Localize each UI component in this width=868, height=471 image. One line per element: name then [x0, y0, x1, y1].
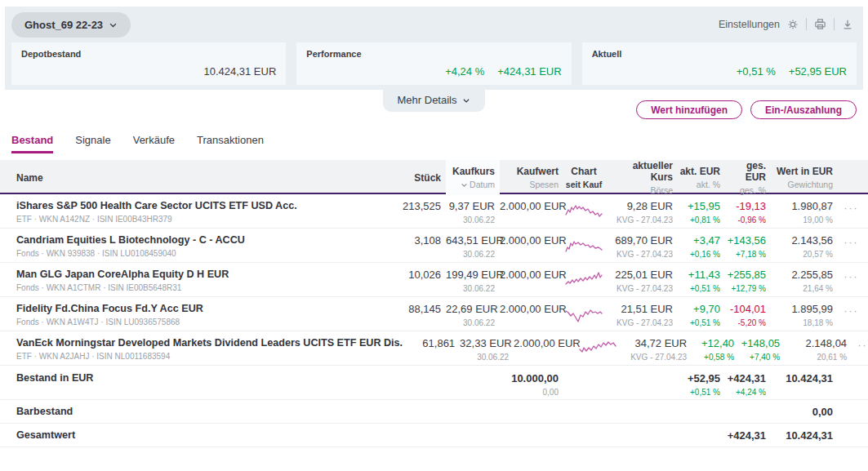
divider [806, 18, 807, 30]
day-change-cell: +11,43+0,51 % [678, 263, 725, 296]
row-menu-icon[interactable]: ··· [838, 229, 868, 262]
day-change-cell: +12,40+0,58 % [692, 331, 739, 365]
security-name[interactable]: Candriam Equities L Biotechnology - C - … [16, 234, 389, 246]
security-details: ETF · WKN A142NZ · ISIN IE00B43HR379 [16, 215, 389, 224]
security-details: Fonds · WKN A1CTMR · ISIN IE00B5648R31 [16, 283, 389, 292]
security-name[interactable]: iShares S&P 500 Health Care Sector UCITS… [16, 200, 389, 211]
day-change-cell: +9,70+0,51 % [678, 297, 725, 331]
portfolio-page: Ghost_69 22-23 Einstellungen [0, 0, 868, 471]
portfolio-selector[interactable]: Ghost_69 22-23 [11, 12, 131, 38]
download-icon[interactable] [842, 19, 853, 30]
summary-akt-pct: +0,51 % [678, 388, 720, 397]
chevron-down-icon [109, 20, 118, 29]
shares-cell: 88,145 [389, 297, 446, 331]
summary-kaufwert: 10.000,00 [500, 372, 559, 384]
total-change-cell: +143,56+7,18 % [725, 229, 771, 262]
holdings-table: NameStückKaufkursDatumKaufwertSpesenChar… [0, 160, 868, 447]
tab-verkaeufe[interactable]: Verkäufe [133, 134, 175, 153]
buy-value-cell: 2.000,00 EUR [500, 263, 563, 296]
card-label: Depotbestand [21, 49, 81, 59]
chart-cell [563, 194, 609, 228]
summary-row-bestand: Bestand in EUR 10.000,00 0,00 +52,95 +0,… [0, 366, 868, 400]
buy-price-cell: 643,51 EUR30.06.22 [446, 229, 500, 262]
current-price-cell: 34,72 EURKVG - 27.04.23 [623, 331, 692, 365]
performance-percent: +4,24 % [445, 65, 484, 78]
column-header-wert-in-eur[interactable]: Wert in EURGewichtung [771, 160, 838, 195]
summary-wert: 10.424,31 [771, 372, 833, 384]
sub-header-zone: Mehr Details Wert hinzufügen Ein-/Auszah… [0, 90, 868, 132]
summary-label: Gesamtwert [16, 429, 389, 441]
row-menu-icon[interactable]: ··· [838, 263, 868, 296]
settings-label[interactable]: Einstellungen [719, 19, 780, 30]
action-buttons: Wert hinzufügen Ein-/Auszahlung [636, 100, 857, 119]
security-name[interactable]: Fidelity Fd.China Focus Fd.Y Acc EUR [16, 303, 389, 314]
total-change-cell: -19,13-0,96 % [725, 194, 771, 228]
payment-button[interactable]: Ein-/Auszahlung [750, 100, 857, 119]
buy-price-cell: 32,33 EUR30.06.22 [460, 331, 514, 365]
chart-cell [577, 331, 623, 365]
shares-cell: 213,525 [389, 194, 446, 228]
gear-icon[interactable] [787, 19, 799, 30]
column-header-chart[interactable]: Chartseit Kauf [563, 160, 609, 195]
card-label: Performance [306, 49, 361, 59]
card-performance: Performance +4,24 % +424,31 EUR [296, 42, 571, 85]
sparkline-chart [579, 340, 617, 358]
gesamtwert-ges-eur: +424,31 [725, 429, 766, 442]
tab-signale[interactable]: Signale [75, 134, 110, 153]
security-name[interactable]: Man GLG Japan CoreAlpha Equity D H EUR [16, 269, 389, 280]
day-change-cell: +15,95+0,81 % [678, 194, 725, 228]
buy-value-cell: 2.000,00 EUR [500, 229, 563, 262]
security-name-cell: iShares S&P 500 Health Care Sector UCITS… [16, 194, 389, 228]
chart-cell [563, 229, 609, 262]
buy-price-cell: 22,69 EUR30.06.22 [446, 297, 500, 331]
value-cell: 1.895,9918,18 % [771, 297, 838, 331]
column-header-akt-eur[interactable]: akt. EURakt. % [678, 160, 725, 195]
column-header-aktueller-kurs[interactable]: aktueller KursBörse [609, 160, 678, 195]
day-change-cell: +3,47+0,16 % [678, 229, 725, 262]
tab-bestand[interactable]: Bestand [11, 134, 53, 153]
holding-row: Candriam Equities L Biotechnology - C - … [0, 229, 868, 263]
tab-transaktionen[interactable]: Transaktionen [197, 134, 264, 153]
more-details-label: Mehr Details [398, 94, 457, 106]
row-menu-icon[interactable]: ··· [838, 297, 868, 331]
settings-bar: Einstellungen [719, 18, 853, 30]
column-header-st-ck[interactable]: Stück [389, 160, 446, 195]
buy-price-cell: 199,49 EUR30.06.22 [446, 263, 500, 296]
column-header-ges-eur[interactable]: ges. EURges. % [725, 160, 771, 195]
sparkline-chart [565, 271, 603, 289]
chart-cell [563, 263, 609, 296]
card-aktuell: Aktuell +0,51 % +52,95 EUR [582, 42, 857, 85]
row-menu-icon[interactable]: ··· [838, 194, 868, 228]
value-cell: 2.148,0420,61 % [785, 331, 852, 365]
performance-amount: +424,31 EUR [497, 65, 561, 78]
sparkline-chart [565, 305, 603, 323]
security-details: Fonds · WKN A1W4TJ · ISIN LU0936575868 [16, 318, 389, 327]
summary-row-barbestand: Barbestand 0,00 [0, 400, 868, 424]
column-header-kaufkurs[interactable]: KaufkursDatum [446, 160, 500, 195]
security-details: ETF · WKN A2JAHJ · ISIN NL0011683594 [16, 352, 403, 361]
more-details-button[interactable]: Mehr Details [383, 90, 486, 112]
summary-label: Bestand in EUR [16, 372, 389, 384]
portfolio-name: Ghost_69 22-23 [24, 19, 103, 31]
summary-cards: Depotbestand 10.424,31 EUR Performance +… [11, 42, 857, 85]
total-change-cell: +255,85+12,79 % [725, 263, 771, 296]
value-cell: 2.255,8521,64 % [771, 263, 838, 296]
tab-bar: Bestand Signale Verkäufe Transaktionen [11, 134, 868, 153]
chevron-down-icon [462, 96, 470, 104]
current-price-cell: 9,28 EURKVG - 27.04.23 [609, 194, 678, 228]
print-icon[interactable] [814, 18, 826, 30]
column-header-kaufwert[interactable]: KaufwertSpesen [500, 160, 563, 195]
summary-label: Barbestand [16, 406, 389, 417]
add-value-button[interactable]: Wert hinzufügen [636, 100, 742, 119]
current-price-cell: 21,51 EURKVG - 27.04.23 [609, 297, 678, 331]
summary-akt-eur: +52,95 [678, 372, 720, 384]
holding-row: Man GLG Japan CoreAlpha Equity D H EURFo… [0, 263, 868, 297]
shares-cell: 3,108 [389, 229, 446, 262]
buy-value-cell: 2.000,00 EUR [500, 194, 563, 228]
aktuell-percent: +0,51 % [737, 65, 776, 78]
holding-row: VanEck Morningstar Developed Markets Div… [0, 331, 868, 366]
column-header-name[interactable]: Name [16, 160, 389, 195]
security-name[interactable]: VanEck Morningstar Developed Markets Div… [16, 337, 403, 349]
total-change-cell: -104,01-5,20 % [725, 297, 771, 331]
row-menu-icon[interactable]: ··· [852, 331, 868, 365]
